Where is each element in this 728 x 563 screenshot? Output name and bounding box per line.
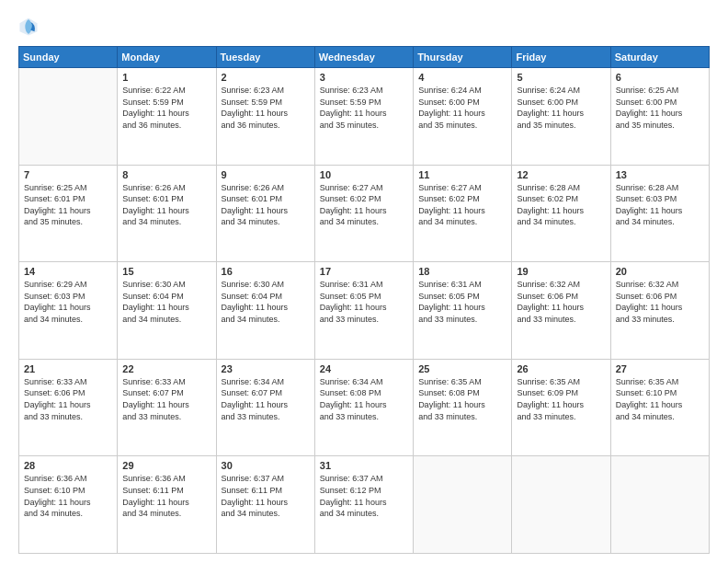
cell-text: Sunrise: 6:27 AMSunset: 6:02 PMDaylight:… — [320, 182, 408, 228]
day-number: 19 — [517, 266, 605, 277]
cell-text: Sunrise: 6:32 AMSunset: 6:06 PMDaylight:… — [616, 279, 704, 325]
calendar-cell: 6Sunrise: 6:25 AMSunset: 6:00 PMDaylight… — [610, 68, 709, 166]
day-number: 13 — [616, 169, 704, 180]
day-number: 11 — [418, 169, 506, 180]
calendar-cell: 28Sunrise: 6:36 AMSunset: 6:10 PMDayligh… — [19, 456, 118, 554]
calendar-cell: 20Sunrise: 6:32 AMSunset: 6:06 PMDayligh… — [610, 262, 709, 360]
calendar-cell: 31Sunrise: 6:37 AMSunset: 6:12 PMDayligh… — [314, 456, 413, 554]
cell-text: Sunrise: 6:27 AMSunset: 6:02 PMDaylight:… — [418, 182, 506, 228]
calendar-cell: 12Sunrise: 6:28 AMSunset: 6:02 PMDayligh… — [512, 165, 610, 262]
calendar-cell: 23Sunrise: 6:34 AMSunset: 6:07 PMDayligh… — [216, 359, 314, 456]
week-row-3: 21Sunrise: 6:33 AMSunset: 6:06 PMDayligh… — [19, 359, 710, 456]
calendar-cell: 4Sunrise: 6:24 AMSunset: 6:00 PMDaylight… — [414, 68, 512, 166]
cell-text: Sunrise: 6:30 AMSunset: 6:04 PMDaylight:… — [122, 279, 210, 325]
day-number: 6 — [616, 72, 704, 83]
cell-text: Sunrise: 6:26 AMSunset: 6:01 PMDaylight:… — [222, 182, 310, 228]
weekday-header-wednesday: Wednesday — [314, 47, 413, 68]
calendar-cell: 17Sunrise: 6:31 AMSunset: 6:05 PMDayligh… — [314, 262, 413, 360]
cell-text: Sunrise: 6:35 AMSunset: 6:08 PMDaylight:… — [418, 376, 506, 422]
cell-text: Sunrise: 6:23 AMSunset: 5:59 PMDaylight:… — [222, 85, 310, 131]
day-number: 1 — [122, 72, 210, 83]
calendar-cell: 15Sunrise: 6:30 AMSunset: 6:04 PMDayligh… — [118, 262, 216, 360]
cell-text: Sunrise: 6:32 AMSunset: 6:06 PMDaylight:… — [517, 279, 605, 325]
cell-text: Sunrise: 6:36 AMSunset: 6:11 PMDaylight:… — [122, 473, 210, 519]
calendar-cell: 29Sunrise: 6:36 AMSunset: 6:11 PMDayligh… — [118, 456, 216, 554]
weekday-header-tuesday: Tuesday — [216, 47, 314, 68]
calendar-cell: 11Sunrise: 6:27 AMSunset: 6:02 PMDayligh… — [414, 165, 512, 262]
cell-text: Sunrise: 6:33 AMSunset: 6:06 PMDaylight:… — [24, 376, 112, 422]
day-number: 9 — [222, 169, 310, 180]
calendar-cell: 26Sunrise: 6:35 AMSunset: 6:09 PMDayligh… — [512, 359, 610, 456]
day-number: 12 — [517, 169, 605, 180]
week-row-4: 28Sunrise: 6:36 AMSunset: 6:10 PMDayligh… — [19, 456, 710, 554]
cell-text: Sunrise: 6:25 AMSunset: 6:01 PMDaylight:… — [24, 182, 112, 228]
calendar-cell: 30Sunrise: 6:37 AMSunset: 6:11 PMDayligh… — [216, 456, 314, 554]
day-number: 22 — [122, 363, 210, 374]
calendar-cell: 5Sunrise: 6:24 AMSunset: 6:00 PMDaylight… — [512, 68, 610, 166]
calendar-cell: 7Sunrise: 6:25 AMSunset: 6:01 PMDaylight… — [19, 165, 118, 262]
day-number: 14 — [24, 266, 112, 277]
week-row-0: 1Sunrise: 6:22 AMSunset: 5:59 PMDaylight… — [19, 68, 710, 166]
cell-text: Sunrise: 6:29 AMSunset: 6:03 PMDaylight:… — [24, 279, 112, 325]
cell-text: Sunrise: 6:31 AMSunset: 6:05 PMDaylight:… — [418, 279, 506, 325]
week-row-1: 7Sunrise: 6:25 AMSunset: 6:01 PMDaylight… — [19, 165, 710, 262]
calendar-cell: 16Sunrise: 6:30 AMSunset: 6:04 PMDayligh… — [216, 262, 314, 360]
day-number: 24 — [320, 363, 408, 374]
calendar-cell — [414, 456, 512, 554]
day-number: 4 — [418, 72, 506, 83]
weekday-header-friday: Friday — [512, 47, 610, 68]
day-number: 28 — [24, 460, 112, 471]
calendar-cell: 18Sunrise: 6:31 AMSunset: 6:05 PMDayligh… — [414, 262, 512, 360]
day-number: 23 — [222, 363, 310, 374]
day-number: 26 — [517, 363, 605, 374]
calendar-cell: 22Sunrise: 6:33 AMSunset: 6:07 PMDayligh… — [118, 359, 216, 456]
day-number: 10 — [320, 169, 408, 180]
cell-text: Sunrise: 6:22 AMSunset: 5:59 PMDaylight:… — [122, 85, 210, 131]
day-number: 16 — [222, 266, 310, 277]
cell-text: Sunrise: 6:31 AMSunset: 6:05 PMDaylight:… — [320, 279, 408, 325]
weekday-header-sunday: Sunday — [19, 47, 118, 68]
logo — [18, 17, 42, 37]
calendar-cell: 9Sunrise: 6:26 AMSunset: 6:01 PMDaylight… — [216, 165, 314, 262]
day-number: 29 — [122, 460, 210, 471]
calendar-cell — [512, 456, 610, 554]
day-number: 3 — [320, 72, 408, 83]
week-row-2: 14Sunrise: 6:29 AMSunset: 6:03 PMDayligh… — [19, 262, 710, 360]
cell-text: Sunrise: 6:25 AMSunset: 6:00 PMDaylight:… — [616, 85, 704, 131]
day-number: 2 — [222, 72, 310, 83]
day-number: 7 — [24, 169, 112, 180]
day-number: 8 — [122, 169, 210, 180]
weekday-header-row: SundayMondayTuesdayWednesdayThursdayFrid… — [19, 47, 710, 68]
weekday-header-saturday: Saturday — [610, 47, 709, 68]
day-number: 27 — [616, 363, 704, 374]
calendar-cell: 14Sunrise: 6:29 AMSunset: 6:03 PMDayligh… — [19, 262, 118, 360]
day-number: 17 — [320, 266, 408, 277]
day-number: 20 — [616, 266, 704, 277]
cell-text: Sunrise: 6:26 AMSunset: 6:01 PMDaylight:… — [122, 182, 210, 228]
calendar-cell: 10Sunrise: 6:27 AMSunset: 6:02 PMDayligh… — [314, 165, 413, 262]
calendar-cell: 25Sunrise: 6:35 AMSunset: 6:08 PMDayligh… — [414, 359, 512, 456]
calendar-cell: 24Sunrise: 6:34 AMSunset: 6:08 PMDayligh… — [314, 359, 413, 456]
calendar-cell — [19, 68, 118, 166]
calendar-cell: 8Sunrise: 6:26 AMSunset: 6:01 PMDaylight… — [118, 165, 216, 262]
cell-text: Sunrise: 6:24 AMSunset: 6:00 PMDaylight:… — [517, 85, 605, 131]
cell-text: Sunrise: 6:36 AMSunset: 6:10 PMDaylight:… — [24, 473, 112, 519]
day-number: 31 — [320, 460, 408, 471]
calendar-cell: 19Sunrise: 6:32 AMSunset: 6:06 PMDayligh… — [512, 262, 610, 360]
calendar-table: SundayMondayTuesdayWednesdayThursdayFrid… — [18, 46, 710, 554]
day-number: 25 — [418, 363, 506, 374]
logo-icon — [18, 17, 39, 37]
header — [18, 17, 710, 37]
cell-text: Sunrise: 6:37 AMSunset: 6:12 PMDaylight:… — [320, 473, 408, 519]
day-number: 5 — [517, 72, 605, 83]
cell-text: Sunrise: 6:35 AMSunset: 6:09 PMDaylight:… — [517, 376, 605, 422]
calendar-cell: 27Sunrise: 6:35 AMSunset: 6:10 PMDayligh… — [610, 359, 709, 456]
page: SundayMondayTuesdayWednesdayThursdayFrid… — [0, 0, 728, 563]
cell-text: Sunrise: 6:34 AMSunset: 6:08 PMDaylight:… — [320, 376, 408, 422]
cell-text: Sunrise: 6:35 AMSunset: 6:10 PMDaylight:… — [616, 376, 704, 422]
day-number: 18 — [418, 266, 506, 277]
cell-text: Sunrise: 6:28 AMSunset: 6:02 PMDaylight:… — [517, 182, 605, 228]
weekday-header-thursday: Thursday — [414, 47, 512, 68]
cell-text: Sunrise: 6:33 AMSunset: 6:07 PMDaylight:… — [122, 376, 210, 422]
calendar-cell: 3Sunrise: 6:23 AMSunset: 5:59 PMDaylight… — [314, 68, 413, 166]
